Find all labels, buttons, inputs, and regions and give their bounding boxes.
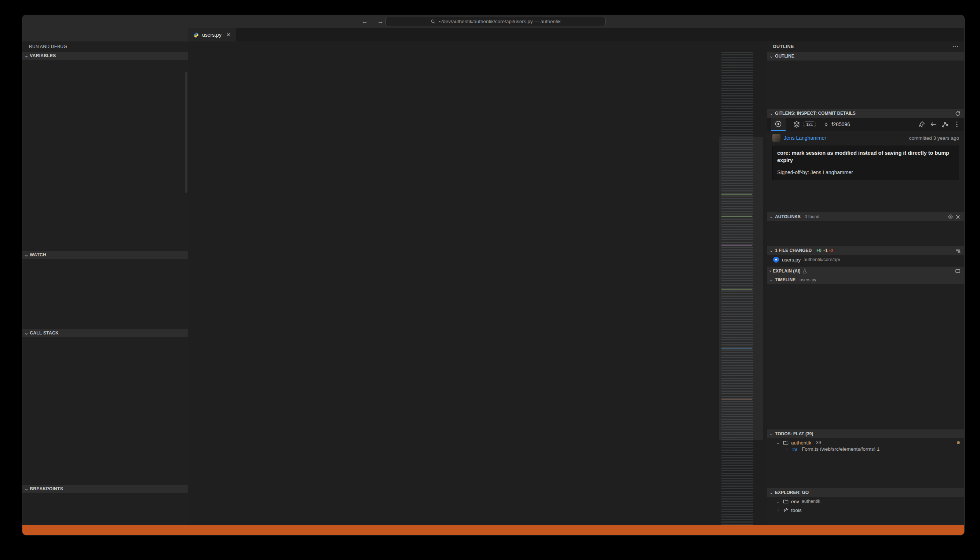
todo-root-row[interactable]: ⌄ authentik 39 bbox=[767, 438, 964, 447]
graph-icon[interactable] bbox=[942, 121, 949, 128]
changed-file-row[interactable]: ± users.py authentik/core/api bbox=[767, 255, 964, 264]
minimap[interactable] bbox=[719, 52, 763, 525]
tab-users-py[interactable]: users.py ✕ bbox=[188, 28, 236, 42]
commit-author-link[interactable]: Jens Langhammer bbox=[784, 135, 826, 141]
debug-sidebar: ⌄VARIABLES ⌄WATCH ⌄CALL STACK ⌄BREAKPOIN… bbox=[22, 52, 188, 525]
status-bar bbox=[22, 525, 964, 535]
tab-strip: users.py ✕ bbox=[188, 28, 767, 42]
gear-icon[interactable] bbox=[955, 214, 960, 220]
command-center[interactable]: ~/dev/authentik/authentik/core/api/users… bbox=[385, 17, 605, 26]
code-editor[interactable] bbox=[188, 52, 768, 525]
vscode-window: ← → ~/dev/authentik/authentik/core/api/u… bbox=[22, 15, 965, 535]
title-bar: ← → ~/dev/authentik/authentik/core/api/u… bbox=[22, 15, 964, 28]
view-mode-icon[interactable] bbox=[955, 248, 960, 253]
beaker-icon bbox=[802, 268, 807, 273]
more-actions-icon[interactable]: ··· bbox=[952, 43, 958, 50]
pin-icon[interactable] bbox=[918, 121, 925, 128]
back-icon[interactable] bbox=[930, 121, 937, 128]
activity-bar bbox=[22, 28, 188, 42]
callstack-section-header[interactable]: ⌄CALL STACK bbox=[22, 329, 188, 337]
breadcrumb bbox=[188, 42, 767, 52]
tab-label: users.py bbox=[202, 32, 222, 38]
minimize-window-button[interactable] bbox=[40, 19, 46, 25]
explain-ai-section-header[interactable]: ›EXPLAIN (AI) bbox=[767, 267, 964, 275]
folder-icon bbox=[783, 499, 788, 504]
commit-sha[interactable]: f285096 bbox=[823, 122, 850, 127]
autolinks-info bbox=[767, 221, 964, 227]
tools-icon bbox=[783, 508, 788, 513]
breakpoints-section-header[interactable]: ⌄BREAKPOINTS bbox=[22, 485, 188, 493]
layers-icon bbox=[793, 121, 800, 128]
gitlens-overview-tab[interactable] bbox=[771, 118, 786, 131]
gitlens-section-header[interactable]: ⌄GITLENS: INSPECT: COMMIT DETAILS bbox=[767, 109, 964, 118]
sidebar-scrollbar[interactable] bbox=[185, 72, 187, 193]
unsaved-dot bbox=[957, 441, 960, 444]
traffic-lights bbox=[29, 19, 57, 25]
commit-message: core: mark session as modified instead o… bbox=[772, 146, 959, 180]
timeline-section-header[interactable]: ⌄TIMELINE users.py bbox=[767, 275, 964, 284]
refresh-icon[interactable] bbox=[955, 111, 960, 116]
command-center-path: ~/dev/authentik/authentik/core/api/users… bbox=[438, 19, 561, 24]
go-env-row[interactable]: ⌄ env authentik bbox=[767, 497, 964, 506]
feedback-icon[interactable] bbox=[955, 268, 960, 274]
right-panel-title: OUTLINE bbox=[773, 44, 794, 49]
gitlens-tabs: 12± f285096 bbox=[767, 118, 964, 131]
close-tab-icon[interactable]: ✕ bbox=[226, 32, 231, 38]
avatar bbox=[772, 134, 780, 142]
folder-icon bbox=[783, 440, 788, 446]
gitlens-icon bbox=[775, 120, 782, 128]
zoom-window-button[interactable] bbox=[51, 19, 57, 25]
autolinks-section-header[interactable]: ⌄AUTOLINKS 0 found bbox=[767, 212, 964, 221]
files-changed-section-header[interactable]: ⌄1 FILE CHANGED +0 ~1 -0 bbox=[767, 246, 964, 255]
outline-section-header[interactable]: ⌄OUTLINE bbox=[767, 52, 964, 60]
more-icon[interactable] bbox=[953, 121, 960, 128]
gitlens-commits-tab[interactable]: 12± bbox=[789, 118, 820, 131]
run-and-debug-title: RUN AND DEBUG bbox=[29, 44, 67, 49]
history-forward-icon[interactable]: → bbox=[377, 18, 383, 25]
go-tools-row[interactable]: › tools bbox=[767, 506, 964, 515]
todo-item-clipped[interactable]: ›TS Form.ts (web/src/elements/forms) 1 bbox=[767, 447, 964, 451]
python-icon bbox=[193, 32, 199, 38]
watch-section-header[interactable]: ⌄WATCH bbox=[22, 251, 188, 259]
secondary-sidebar: ⌄OUTLINE ⌄GITLENS: INSPECT: COMMIT DETAI… bbox=[767, 52, 964, 525]
commit-time: committed 3 years ago bbox=[909, 135, 959, 141]
todos-section-header[interactable]: ⌄TODOS: FLAT (39) bbox=[767, 430, 964, 438]
variables-section-header[interactable]: ⌄VARIABLES bbox=[22, 52, 188, 60]
autolink-icon[interactable] bbox=[948, 214, 953, 220]
explorer-go-section-header[interactable]: ⌄EXPLORER: GO bbox=[767, 488, 964, 497]
search-icon bbox=[431, 19, 436, 24]
history-back-icon[interactable]: ← bbox=[362, 18, 368, 25]
close-window-button[interactable] bbox=[29, 19, 35, 25]
commit-icon bbox=[823, 122, 829, 127]
modified-file-icon: ± bbox=[773, 257, 779, 263]
